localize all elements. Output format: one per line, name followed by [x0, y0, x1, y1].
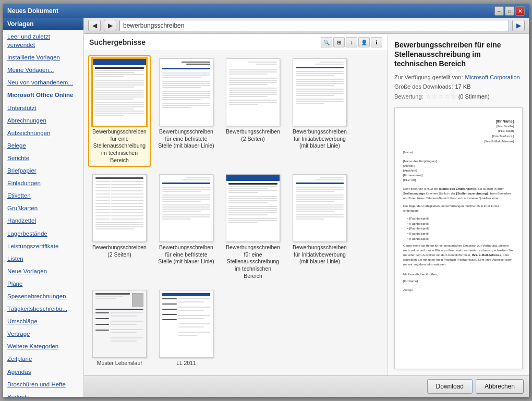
info-btn[interactable]: ℹ	[371, 37, 382, 47]
sidebar-item-briefpapier[interactable]: Briefpapier	[3, 164, 83, 177]
template-label-4: Bewerbungsschreiben für Initiativbewerbu…	[292, 128, 348, 150]
search-toolbar-btn[interactable]: 🔍	[321, 37, 332, 47]
grid-row-1: Bewerbungsschreiben für eine Stellenauss…	[88, 55, 383, 167]
template-thumb-3	[226, 58, 280, 126]
sidebar-item-handzettel[interactable]: Handzettel	[3, 214, 83, 227]
results-container: Suchergebnisse 🔍 ⊞ ↕ 👤 ℹ	[84, 34, 529, 375]
back-button[interactable]: ◀	[88, 20, 101, 31]
sidebar-item-unterstuetzt[interactable]: Unterstützt	[3, 102, 83, 114]
template-label-3: Bewerbungsschreiben (2 Seiten)	[225, 128, 281, 142]
template-item-4[interactable]: Bewerbungsschreiben für Initiativbewerbu…	[288, 55, 351, 167]
close-button[interactable]: ✕	[515, 6, 525, 16]
sidebar-item-microsoft[interactable]: Microsoft Office Online	[3, 89, 83, 101]
sidebar-item-abrechnungen[interactable]: Abrechnungen	[3, 114, 83, 127]
star-4: ☆	[444, 93, 450, 100]
template-item-3[interactable]: Bewerbungsschreiben (2 Seiten)	[222, 55, 284, 167]
template-thumb-8	[293, 174, 347, 242]
title-bar: Neues Dokument − □ ✕	[3, 4, 529, 18]
provided-by-label: Zur Verfügung gestellt von:	[394, 74, 463, 80]
template-label-9: Muster Lebenslauf	[97, 360, 142, 367]
template-thumb-7	[226, 174, 280, 242]
sidebar-item-zeitplaene[interactable]: Zeitpläne	[3, 353, 83, 365]
template-thumb-2	[159, 58, 213, 126]
search-input[interactable]	[119, 20, 509, 31]
template-thumb-9	[92, 290, 147, 358]
user-btn[interactable]: 👤	[358, 37, 370, 47]
sidebar-item-neue-vorlagen[interactable]: Neue Vorlagen	[3, 265, 83, 277]
sidebar-item-budgets[interactable]: Budgets	[3, 391, 83, 397]
preview-box: [Ihr Name] [Ihre Straße] [PLZ Stadt] [Ih…	[394, 107, 523, 369]
template-label-8: Bewerbungsschreiben für Initiativbewerbu…	[292, 244, 348, 265]
rating-label: Bewertung:	[394, 93, 424, 100]
sidebar-item-agendas[interactable]: Agendas	[3, 366, 83, 378]
main-window: Neues Dokument − □ ✕ Vorlagen Leer und z…	[3, 4, 529, 397]
template-thumb-6	[159, 174, 213, 242]
title-bar-buttons: − □ ✕	[494, 6, 525, 16]
info-title: Bewerbungsschreiben für eine Stellenauss…	[394, 40, 523, 69]
template-item-9[interactable]: Muster Lebenslauf	[88, 287, 151, 370]
grid-row-2: Bewerbungsschreiben (2 Seiten)	[88, 171, 383, 283]
sidebar-item-spesenabrechnungen[interactable]: Spesenabrechnungen	[3, 290, 83, 302]
forward-button[interactable]: ▶	[104, 20, 116, 31]
preview-content: [Ihr Name] [Ihre Straße] [PLZ Stadt] [Ih…	[395, 108, 522, 369]
sidebar-scroll: Leer und zuletzt verwendetInstallierte V…	[3, 30, 83, 397]
template-item-2[interactable]: Bewerbungsschreiben für eine befristete …	[155, 55, 217, 167]
bottom-bar: Download Abbrechen	[84, 375, 529, 397]
sidebar-item-weitere[interactable]: Weitere Kategorien	[3, 340, 83, 353]
cancel-button[interactable]: Abbrechen	[476, 379, 524, 394]
go-button[interactable]: ▶	[512, 20, 525, 31]
sidebar-item-aufzeichnungen[interactable]: Aufzeichnungen	[3, 127, 83, 139]
sidebar-item-installiert[interactable]: Installierte Vorlagen	[3, 51, 83, 64]
sidebar-item-plaene[interactable]: Pläne	[3, 277, 83, 290]
content-area: Vorlagen Leer und zuletzt verwendetInsta…	[3, 18, 529, 397]
rating-count: (0 Stimmen)	[458, 93, 490, 100]
maximize-button[interactable]: □	[505, 6, 514, 16]
sidebar-item-vertraege[interactable]: Verträge	[3, 327, 83, 340]
sidebar-item-etiketten[interactable]: Etiketten	[3, 189, 83, 202]
template-item-5[interactable]: Bewerbungsschreiben (2 Seiten)	[88, 171, 151, 283]
sidebar-header: Vorlagen	[3, 18, 83, 30]
sidebar-item-meine[interactable]: Meine Vorlagen...	[3, 64, 83, 76]
window-title: Neues Dokument	[7, 7, 58, 15]
info-download-size-row: Größe des Downloads: 17 KB	[394, 83, 523, 90]
star-5: ☆	[451, 93, 456, 100]
template-thumb-10	[159, 290, 213, 358]
star-3: ☆	[438, 93, 444, 100]
template-thumb-1	[92, 58, 147, 126]
download-size-label: Größe des Downloads:	[394, 83, 453, 90]
results-grid: Bewerbungsschreiben für eine Stellenauss…	[84, 51, 388, 375]
info-rating-row: Bewertung: ☆ ☆ ☆ ☆ ☆ (0 Stimmen)	[394, 93, 523, 100]
sidebar-item-umschlaege[interactable]: Umschläge	[3, 315, 83, 327]
sidebar-item-leer[interactable]: Leer und zuletzt verwendet	[3, 30, 83, 51]
template-label-5: Bewerbungsschreiben (2 Seiten)	[91, 244, 148, 258]
template-item-1[interactable]: Bewerbungsschreiben für eine Stellenauss…	[88, 55, 151, 167]
template-label-6: Bewerbungsschreiben für eine befristete …	[158, 244, 214, 265]
template-item-6[interactable]: Bewerbungsschreiben für eine befristete …	[155, 171, 217, 283]
view-btn1[interactable]: ⊞	[333, 37, 345, 47]
template-label-7: Bewerbungsschreiben für eine Stellenauss…	[225, 244, 281, 280]
minimize-button[interactable]: −	[494, 6, 504, 16]
sort-btn[interactable]: ↕	[346, 37, 357, 47]
template-item-7[interactable]: Bewerbungsschreiben für eine Stellenauss…	[222, 171, 284, 283]
template-item-10[interactable]: LL 2011	[155, 287, 217, 370]
sidebar-item-broschueren[interactable]: Broschüren und Hefte	[3, 378, 83, 391]
info-provided-by-row: Zur Verfügung gestellt von: Microsoft Co…	[394, 74, 523, 80]
template-label-10: LL 2011	[176, 360, 196, 367]
star-1: ☆	[426, 93, 431, 100]
sidebar-item-taetigkeitsbeschreibung[interactable]: Tätigkeitsbeschreibu...	[3, 302, 83, 315]
star-2: ☆	[432, 93, 438, 100]
download-button[interactable]: Download	[427, 379, 473, 394]
results-panel: Suchergebnisse 🔍 ⊞ ↕ 👤 ℹ	[84, 34, 388, 375]
sidebar-item-listen[interactable]: Listen	[3, 252, 83, 265]
sidebar-item-neu[interactable]: Neu von vorhandenem...	[3, 76, 83, 89]
sidebar-item-belege[interactable]: Belege	[3, 139, 83, 152]
main-area: ◀ ▶ ▶ Suchergebnisse 🔍 ⊞ ↕ 👤	[84, 18, 529, 397]
template-item-8[interactable]: Bewerbungsschreiben für Initiativbewerbu…	[288, 171, 351, 283]
sidebar-item-berichte[interactable]: Berichte	[3, 152, 83, 164]
nav-bar: ◀ ▶ ▶	[84, 18, 529, 34]
sidebar-item-lagerbestaende[interactable]: Lagerbestände	[3, 227, 83, 240]
sidebar-item-einladungen[interactable]: Einladungen	[3, 177, 83, 189]
sidebar-item-grusskarten[interactable]: Grußkarten	[3, 202, 83, 214]
sidebar-item-leistungszertifikate[interactable]: Leistungszertifikate	[3, 240, 83, 252]
download-size-value: 17 KB	[455, 83, 471, 90]
